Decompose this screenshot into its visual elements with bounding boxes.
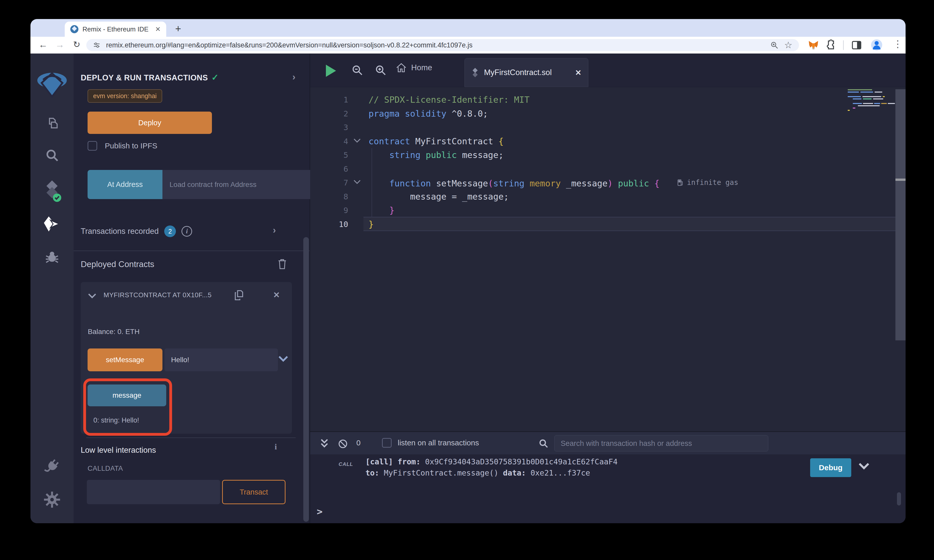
set-message-button[interactable]: setMessage <box>88 348 162 371</box>
debugger-icon[interactable] <box>44 249 60 265</box>
terminal-expand-icon[interactable] <box>319 438 330 449</box>
tab-myfirstcontract[interactable]: MyFirstContract.sol ✕ <box>464 58 588 87</box>
transactions-expand-chevron-icon[interactable]: › <box>273 225 276 235</box>
editor-tabbar: Home MyFirstContract.sol ✕ <box>310 54 906 87</box>
file-explorer-icon[interactable] <box>45 116 60 132</box>
terminal-search-input[interactable] <box>554 435 768 451</box>
remix-logo-icon[interactable] <box>37 69 68 98</box>
line-number: 2 <box>318 107 348 121</box>
file-tab-label: MyFirstContract.sol <box>484 68 570 77</box>
code-token: MyFirstContract <box>410 136 498 146</box>
code-token: } <box>368 219 374 229</box>
code-editor[interactable]: 12345678910 // SPDX-License-Identifier: … <box>310 87 906 431</box>
back-icon[interactable]: ← <box>39 39 48 50</box>
editor-column: Home MyFirstContract.sol ✕ 12345678910 <box>310 54 906 523</box>
url-text[interactable]: remix.ethereum.org/#lang=en&optimize=fal… <box>106 42 764 49</box>
side-panel-icon[interactable] <box>851 40 862 51</box>
terminal-prompt: > <box>317 506 322 517</box>
clear-contracts-trash-icon[interactable] <box>277 258 288 270</box>
code-token: ^0.8.0; <box>447 109 488 119</box>
solidity-file-icon <box>471 68 479 78</box>
forward-icon[interactable]: → <box>55 39 65 50</box>
new-tab-button[interactable]: + <box>171 22 185 35</box>
calldata-input[interactable] <box>87 480 220 504</box>
code-line[interactable]: message = _message; <box>368 190 840 204</box>
tab-home[interactable]: Home <box>396 63 432 73</box>
file-tab-close-icon[interactable]: ✕ <box>575 68 581 77</box>
clear-console-icon[interactable] <box>338 438 348 449</box>
search-icon[interactable] <box>45 148 59 163</box>
code-token <box>649 178 654 188</box>
bookmark-star-icon[interactable]: ☆ <box>784 40 792 51</box>
code-area[interactable]: // SPDX-License-Identifier: MITpragma so… <box>368 93 840 231</box>
code-line[interactable]: pragma solidity ^0.8.0; <box>368 107 840 121</box>
zoom-out-icon[interactable] <box>351 64 364 76</box>
log-line-2: to: MyFirstContract.message() data: 0xe2… <box>365 468 618 478</box>
low-level-info-icon[interactable]: i <box>274 442 277 451</box>
panel-scrollbar[interactable] <box>303 237 309 522</box>
log-collapse-chevron-icon[interactable] <box>858 462 869 470</box>
code-line[interactable]: } <box>368 203 840 217</box>
code-line[interactable] <box>368 162 840 176</box>
deploy-button[interactable]: Deploy <box>88 112 212 134</box>
section-divider <box>74 251 310 251</box>
minimap-line <box>848 108 895 109</box>
debug-button[interactable]: Debug <box>810 458 851 477</box>
code-line[interactable]: function setMessage(string memory _messa… <box>368 176 840 190</box>
listen-transactions-checkbox[interactable] <box>382 438 391 448</box>
log-segment: 0xe21...f37ce <box>526 468 590 477</box>
transactions-info-icon[interactable]: i <box>182 226 192 237</box>
reload-icon[interactable]: ↻ <box>73 39 80 49</box>
home-icon <box>396 63 407 73</box>
browser-toolbar: ← → ↻ remix.ethereum.org/#lang=en&optimi… <box>31 37 906 54</box>
expand-args-chevron-icon[interactable] <box>278 355 288 362</box>
publish-ipfs-label: Publish to IPFS <box>105 142 157 150</box>
code-line[interactable] <box>368 120 840 134</box>
run-script-play-icon[interactable] <box>326 65 336 77</box>
remove-contract-icon[interactable]: ✕ <box>273 290 280 300</box>
terminal: 0 listen on all transactions CALL [call]… <box>310 431 906 523</box>
log-segment: MyFirstContract.message() <box>379 468 503 477</box>
url-bar[interactable]: remix.ethereum.org/#lang=en&optimize=fal… <box>86 39 799 51</box>
contract-collapse-chevron-icon[interactable] <box>88 293 96 299</box>
code-line[interactable]: string public message; <box>368 148 840 162</box>
browser-tab[interactable]: Remix - Ethereum IDE ✕ <box>65 22 166 37</box>
profile-avatar[interactable] <box>871 39 882 51</box>
site-settings-icon[interactable] <box>93 42 100 49</box>
copy-address-icon[interactable] <box>233 289 245 302</box>
zoom-page-icon[interactable] <box>770 41 779 49</box>
line-number: 10 <box>318 217 348 231</box>
panel-expand-chevron-icon[interactable]: › <box>292 72 296 82</box>
code-line[interactable]: contract MyFirstContract { <box>368 134 840 148</box>
tab-close-icon[interactable]: ✕ <box>155 25 161 33</box>
browser-menu-icon[interactable]: ⋮ <box>893 38 903 49</box>
browser-window: Remix - Ethereum IDE ✕ + ← → ↻ remix.eth… <box>31 19 906 523</box>
deploy-run-panel: DEPLOY & RUN TRANSACTIONS✓ › evm version… <box>74 54 310 523</box>
metamask-extension-icon[interactable] <box>808 40 819 51</box>
set-message-input[interactable] <box>165 348 278 371</box>
code-token <box>613 178 618 188</box>
editor-minimap[interactable] <box>848 89 895 112</box>
publish-ipfs-checkbox[interactable] <box>88 141 97 151</box>
transact-button[interactable]: Transact <box>222 480 285 504</box>
log-segment: data: <box>503 468 526 477</box>
code-line[interactable]: } <box>368 217 840 231</box>
plugin-manager-icon[interactable] <box>44 458 60 475</box>
fold-chevron-icon[interactable] <box>353 138 361 143</box>
editor-gutter: 12345678910 <box>310 93 364 231</box>
fold-chevron-icon[interactable] <box>353 179 361 185</box>
zoom-in-icon[interactable] <box>374 64 387 76</box>
code-token: } <box>368 205 395 215</box>
terminal-log-entry[interactable]: [call] from: 0x9Cf934043aD350758391b0D01… <box>365 456 618 478</box>
code-line[interactable]: // SPDX-License-Identifier: MIT <box>368 93 840 107</box>
at-address-input[interactable] <box>162 170 317 199</box>
solidity-compiler-icon[interactable] <box>42 180 62 202</box>
extensions-puzzle-icon[interactable] <box>826 40 837 51</box>
editor-scrollbar[interactable] <box>895 89 906 340</box>
terminal-scrollbar[interactable] <box>897 492 901 505</box>
deploy-run-icon[interactable] <box>43 216 62 232</box>
code-token: ( <box>488 178 493 188</box>
settings-gear-icon[interactable] <box>44 491 60 508</box>
panel-title-text: DEPLOY & RUN TRANSACTIONS <box>81 73 208 82</box>
at-address-button[interactable]: At Address <box>88 170 162 199</box>
